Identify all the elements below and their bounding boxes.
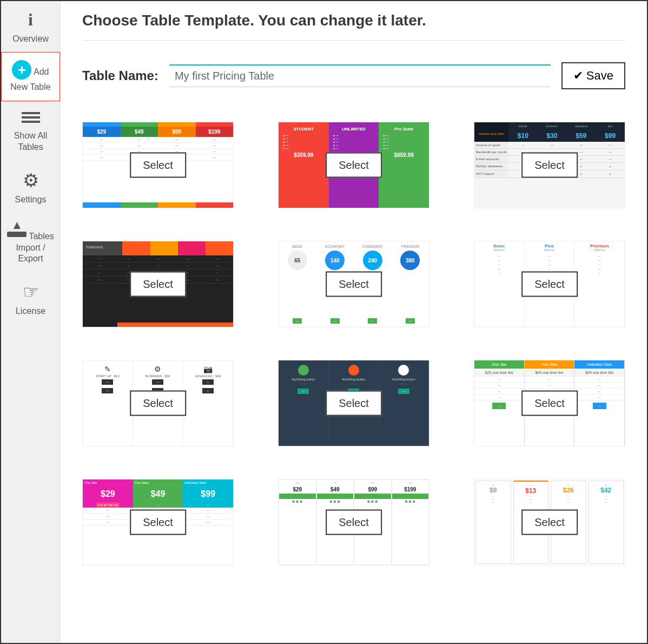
select-button[interactable]: Select [521, 272, 578, 297]
check-icon: ✔ [573, 69, 583, 82]
template-card[interactable]: One Site$29Only for One Use——— Five Site… [82, 479, 234, 566]
template-card[interactable]: WySiWyg Editor— —— WySiWyg Editor— —— Wy… [278, 360, 429, 446]
template-card[interactable]: —$29■ ■ ■ —$49■ ■ ■ —$99■ ■ ■ —$199■ ■ ■… [278, 479, 429, 566]
template-card[interactable]: startereconomstandardpro choose your pla… [474, 122, 625, 208]
template-card[interactable]: BASE65— ECONOMY140— STANDARD240— PREMIUM… [278, 241, 429, 327]
template-grid: $29———— $49———— $99———— $199———— Select … [82, 122, 625, 566]
gear-icon: ⚙ [154, 365, 161, 373]
camera-icon: 📷 [203, 365, 213, 373]
select-button[interactable]: Select [326, 510, 382, 535]
save-button-label: Save [586, 69, 613, 82]
sidebar: i Overview + Add New Table Show All Tabl… [1, 1, 61, 643]
select-button[interactable]: Select [130, 272, 186, 297]
sidebar-item-label: Show All Tables [14, 131, 47, 152]
pencil-icon: ✎ [104, 365, 111, 373]
sidebar-item-show-all-tables[interactable]: Show All Tables [1, 101, 60, 161]
select-button[interactable]: Select [521, 153, 578, 178]
select-button[interactable]: Select [130, 153, 186, 178]
template-card[interactable]: STUDENT—————$359.99 UNLIMITED—————$659.9… [278, 122, 429, 208]
sidebar-item-label: Settings [15, 195, 47, 204]
table-name-input[interactable] [169, 64, 551, 87]
divider [82, 40, 625, 41]
template-card[interactable]: One Site$29 one time fee————— Five Sites… [474, 360, 625, 446]
template-card[interactable]: ✎START UP · $19—— ⚙BUSINESS · $39—— 📷ADV… [82, 360, 234, 446]
sidebar-item-add-new-table[interactable]: + Add New Table [1, 52, 60, 101]
save-button[interactable]: ✔ Save [561, 62, 625, 89]
select-button[interactable]: Select [326, 272, 382, 297]
plus-circle-icon: + [12, 60, 31, 80]
info-icon: i [3, 9, 58, 31]
sidebar-item-import-export[interactable]: Tables Import / Export [1, 213, 60, 272]
template-card[interactable]: Basic($19/mo)————— Plus($39/mo)————— Pre… [474, 241, 625, 327]
sidebar-item-label: Overview [12, 34, 49, 43]
main-content: Choose Table Template. You can change it… [61, 1, 647, 643]
upload-icon [7, 221, 27, 237]
check-circle-icon [298, 365, 309, 376]
select-button[interactable]: Select [130, 391, 186, 416]
hand-pointer-icon: ☞ [3, 280, 58, 304]
template-card[interactable]: —$9——— —$13——— —$26——— —$42——— Select [474, 479, 625, 566]
template-card[interactable]: Features ———————————————————— Select [82, 241, 234, 327]
select-button[interactable]: Select [521, 510, 578, 535]
select-button[interactable]: Select [130, 510, 186, 535]
page-title: Choose Table Template. You can change it… [82, 12, 625, 29]
sidebar-item-label: License [16, 306, 45, 316]
sidebar-item-settings[interactable]: ⚙ Settings [1, 161, 60, 213]
cloud-icon [398, 365, 409, 376]
shield-icon [348, 365, 359, 376]
table-name-row: Table Name: ✔ Save [82, 62, 625, 89]
select-button[interactable]: Select [326, 391, 382, 416]
list-icon [3, 112, 58, 128]
gear-icon: ⚙ [3, 168, 58, 192]
sidebar-item-overview[interactable]: i Overview [1, 1, 60, 52]
select-button[interactable]: Select [326, 153, 382, 178]
template-card[interactable]: $29———— $49———— $99———— $199———— Select [82, 122, 234, 208]
table-name-label: Table Name: [82, 68, 158, 83]
select-button[interactable]: Select [521, 391, 578, 416]
sidebar-item-license[interactable]: ☞ License [1, 272, 60, 325]
